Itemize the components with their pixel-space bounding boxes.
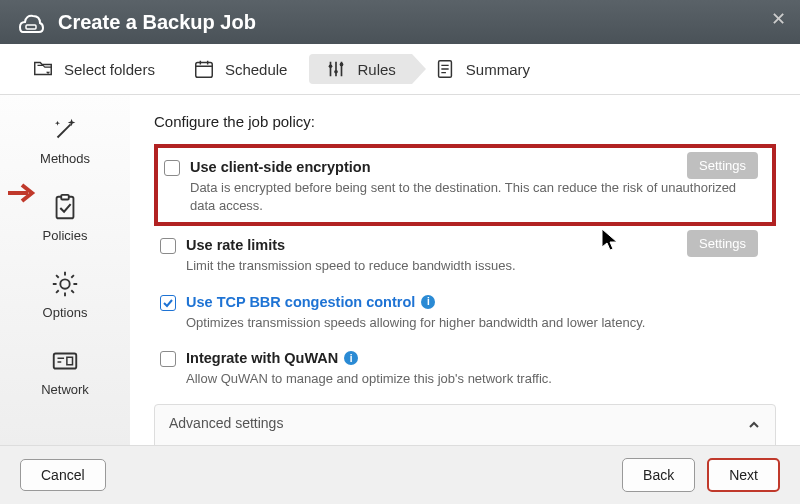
advanced-header-label: Advanced settings <box>169 415 283 431</box>
backup-icon <box>16 10 44 34</box>
network-icon <box>48 344 82 378</box>
clipboard-check-icon <box>48 190 82 224</box>
policy-title: Use TCP BBR congestion control i <box>186 294 435 310</box>
back-button[interactable]: Back <box>622 458 695 492</box>
gear-icon <box>48 267 82 301</box>
policy-encryption: Use client-side encryption Data is encry… <box>154 144 776 226</box>
info-icon[interactable]: i <box>421 295 435 309</box>
policy-rate-limits: Use rate limits Limit the transmission s… <box>154 226 776 283</box>
policy-tcp-bbr: Use TCP BBR congestion control i Optimiz… <box>154 283 776 340</box>
policy-title: Use rate limits <box>186 237 285 253</box>
svg-point-3 <box>335 70 339 74</box>
wand-icon <box>48 113 82 147</box>
policy-title: Integrate with QuWAN i <box>186 350 358 366</box>
svg-rect-1 <box>196 63 213 78</box>
checkbox-quwan[interactable] <box>160 351 176 367</box>
summary-icon <box>434 58 456 80</box>
nav-methods[interactable]: Methods <box>25 107 105 172</box>
svg-rect-7 <box>61 195 69 200</box>
advanced-settings: Advanced settings Only back up updated f… <box>154 404 776 445</box>
left-nav: Methods Policies Options Network <box>0 95 130 445</box>
footer: Cancel Back Next <box>0 445 800 504</box>
settings-button-encryption[interactable]: Settings <box>687 152 758 179</box>
policy-desc: Limit the transmission speed to reduce b… <box>186 257 766 275</box>
svg-point-4 <box>340 63 344 67</box>
info-icon[interactable]: i <box>344 351 358 365</box>
checkbox-rate-limits[interactable] <box>160 238 176 254</box>
svg-rect-0 <box>26 25 36 29</box>
policy-quwan: Integrate with QuWAN i Allow QuWAN to ma… <box>154 339 776 396</box>
policy-desc: Data is encrypted before being sent to t… <box>190 179 762 214</box>
dialog-window: Create a Backup Job ✕ Select folders Sch… <box>0 0 800 504</box>
step-select-folders[interactable]: Select folders <box>16 54 171 84</box>
section-heading: Configure the job policy: <box>154 113 776 130</box>
cancel-button[interactable]: Cancel <box>20 459 106 491</box>
nav-label: Options <box>43 305 88 320</box>
body: Methods Policies Options Network <box>0 95 800 445</box>
advanced-item-updated-files: Only back up updated files Only files wi… <box>169 440 761 445</box>
step-schedule[interactable]: Schedule <box>177 54 304 84</box>
wizard-steps: Select folders Schedule Rules Summary <box>0 44 800 95</box>
content-panel: Configure the job policy: Use client-sid… <box>130 95 800 445</box>
titlebar: Create a Backup Job ✕ <box>0 0 800 44</box>
nav-options[interactable]: Options <box>25 261 105 326</box>
nav-label: Network <box>41 382 89 397</box>
step-label: Select folders <box>64 61 155 78</box>
svg-point-2 <box>329 64 333 68</box>
step-label: Rules <box>357 61 395 78</box>
svg-point-8 <box>60 279 69 288</box>
policy-title: Use client-side encryption <box>190 159 371 175</box>
nav-label: Policies <box>43 228 88 243</box>
policy-desc: Optimizes transmission speeds allowing f… <box>186 314 766 332</box>
settings-button-rate-limits[interactable]: Settings <box>687 230 758 257</box>
policy-desc: Allow QuWAN to manage and optimize this … <box>186 370 766 388</box>
folders-icon <box>32 58 54 80</box>
checkbox-encryption[interactable] <box>164 160 180 176</box>
nav-label: Methods <box>40 151 90 166</box>
nav-network[interactable]: Network <box>25 338 105 403</box>
checkbox-tcp-bbr[interactable] <box>160 295 176 311</box>
arrow-indicator-icon <box>6 181 40 209</box>
calendar-icon <box>193 58 215 80</box>
sliders-icon <box>325 58 347 80</box>
step-label: Summary <box>466 61 530 78</box>
step-rules[interactable]: Rules <box>309 54 411 84</box>
next-button[interactable]: Next <box>707 458 780 492</box>
advanced-toggle[interactable]: Advanced settings <box>169 415 761 432</box>
dialog-title: Create a Backup Job <box>58 11 256 34</box>
step-label: Schedule <box>225 61 288 78</box>
chevron-up-icon <box>747 415 761 432</box>
step-summary[interactable]: Summary <box>418 54 546 84</box>
close-icon[interactable]: ✕ <box>771 8 786 30</box>
